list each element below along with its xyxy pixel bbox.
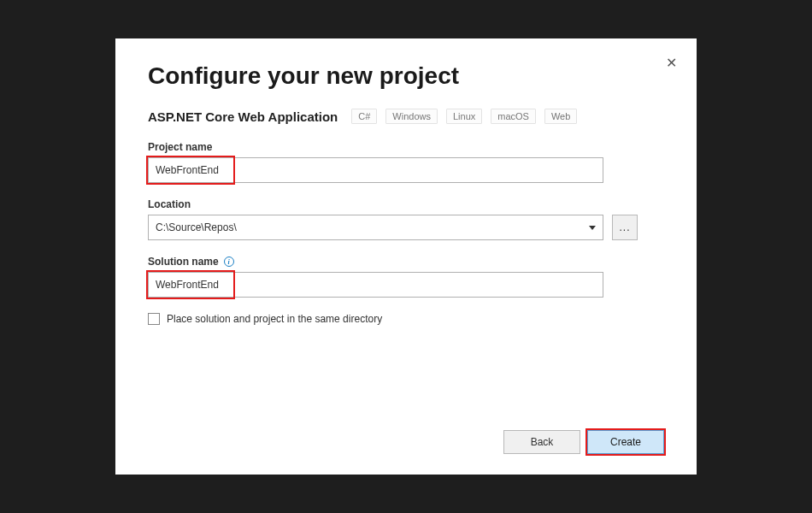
info-icon[interactable]: i [224,256,234,267]
location-dropdown[interactable]: C:\Source\Repos\ [148,215,603,240]
same-directory-option[interactable]: Place solution and project in the same d… [148,313,664,325]
template-tag: Windows [385,109,438,124]
template-tag: Web [544,109,577,124]
location-value: C:\Source\Repos\ [156,221,237,233]
close-button[interactable]: ✕ [662,54,680,71]
template-row: ASP.NET Core Web Application C# Windows … [148,109,664,124]
project-name-input[interactable] [148,157,603,183]
same-directory-label: Place solution and project in the same d… [167,313,382,325]
template-tag: Linux [446,109,482,124]
page-title: Configure your new project [148,62,664,90]
same-directory-checkbox[interactable] [148,313,160,325]
template-tag: C# [351,109,377,124]
browse-button[interactable]: ... [612,215,638,240]
new-project-dialog: ✕ Configure your new project ASP.NET Cor… [115,38,697,475]
solution-name-field: Solution name i [148,256,664,298]
location-field: Location C:\Source\Repos\ ... [148,198,664,240]
create-button[interactable]: Create [587,430,664,454]
solution-name-label-text: Solution name [148,256,219,268]
location-label: Location [148,198,664,210]
chevron-down-icon [589,226,596,230]
button-bar: Back Create [503,430,664,454]
solution-name-input[interactable] [148,272,603,298]
project-name-label: Project name [148,141,664,153]
back-button[interactable]: Back [503,430,580,454]
template-name: ASP.NET Core Web Application [148,109,338,124]
project-name-field: Project name [148,141,664,183]
template-tag: macOS [491,109,536,124]
close-icon: ✕ [666,55,677,71]
solution-name-label: Solution name i [148,256,664,268]
